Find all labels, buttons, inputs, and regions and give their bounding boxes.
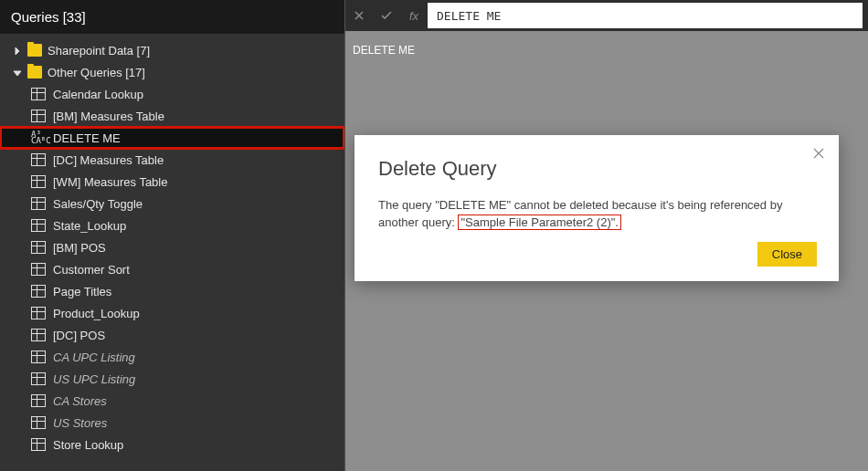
query-item-label: CA Stores xyxy=(53,394,107,408)
query-item[interactable]: [DC] POS xyxy=(0,324,344,346)
query-item[interactable]: AᴮCDELETE ME xyxy=(0,127,344,149)
query-item[interactable]: [BM] Measures Table xyxy=(0,105,344,127)
close-button[interactable]: Close xyxy=(757,242,817,267)
folder-label: Other Queries [17] xyxy=(48,66,145,79)
query-item-label: CA UPC Listing xyxy=(53,351,135,364)
table-icon xyxy=(31,329,46,341)
dialog-body: The query "DELETE ME" cannot be deleted … xyxy=(378,197,815,232)
query-item[interactable]: Store Lookup xyxy=(0,434,344,455)
main-area: fx DELETE ME DELETE ME Delete Query The … xyxy=(345,0,868,471)
folder-sharepoint-data[interactable]: Sharepoint Data [7] xyxy=(0,39,344,61)
queries-sidebar: Queries [33] Sharepoint Data [7] Other Q… xyxy=(0,0,345,471)
query-item-label: Customer Sort xyxy=(53,263,130,277)
table-icon xyxy=(31,372,46,385)
query-item-label: [BM] Measures Table xyxy=(53,110,164,123)
delete-query-dialog: Delete Query The query "DELETE ME" canno… xyxy=(355,135,839,281)
table-icon xyxy=(31,307,46,319)
folder-label: Sharepoint Data [7] xyxy=(48,44,150,58)
table-icon xyxy=(31,219,46,232)
query-item[interactable]: [BM] POS xyxy=(0,236,344,258)
query-name-label: DELETE ME xyxy=(353,44,415,57)
query-item-label: Sales/Qty Toggle xyxy=(53,197,143,211)
close-icon[interactable] xyxy=(810,144,828,162)
query-item-label: [DC] Measures Table xyxy=(53,153,164,167)
query-item-label: Store Lookup xyxy=(53,438,123,452)
query-item-label: Product_Lookup xyxy=(53,307,140,320)
query-item-label: US Stores xyxy=(53,416,107,430)
query-item-label: DELETE ME xyxy=(53,131,121,145)
query-item[interactable]: [WM] Measures Table xyxy=(0,171,344,193)
text-type-icon: AᴮC xyxy=(31,131,48,144)
query-item[interactable]: [DC] Measures Table xyxy=(0,149,344,171)
chevron-down-icon xyxy=(13,67,24,78)
folder-other-queries[interactable]: Other Queries [17] xyxy=(0,61,344,83)
queries-header: Queries [33] xyxy=(0,0,344,34)
table-icon xyxy=(31,175,46,188)
dialog-referenced-query: "Sample File Parameter2 (2)". xyxy=(458,215,621,230)
table-icon xyxy=(31,416,46,429)
query-item[interactable]: CA UPC Listing xyxy=(0,346,344,368)
formula-bar: fx DELETE ME xyxy=(345,0,868,31)
table-icon xyxy=(31,351,46,363)
query-item[interactable]: CA Stores xyxy=(0,390,344,412)
cancel-icon[interactable] xyxy=(345,0,373,31)
query-item-label: Page Titles xyxy=(53,285,111,298)
query-item-label: State_Lookup xyxy=(53,219,126,233)
fx-icon[interactable]: fx xyxy=(400,0,428,31)
confirm-icon[interactable] xyxy=(373,0,400,31)
table-icon xyxy=(31,285,46,298)
query-item-label: [DC] POS xyxy=(53,329,105,342)
table-icon xyxy=(31,438,46,451)
folder-icon xyxy=(27,44,42,57)
table-icon xyxy=(31,88,46,100)
query-item-label: [WM] Measures Table xyxy=(53,175,167,189)
query-item[interactable]: State_Lookup xyxy=(0,215,344,236)
dialog-title: Delete Query xyxy=(378,157,815,181)
folder-icon xyxy=(27,66,42,78)
query-item-label: Calendar Lookup xyxy=(53,88,143,101)
table-icon xyxy=(31,197,46,210)
query-item[interactable]: Sales/Qty Toggle xyxy=(0,193,344,215)
dialog-actions: Close xyxy=(757,242,817,267)
query-item[interactable]: Calendar Lookup xyxy=(0,83,344,105)
query-item-label: US UPC Listing xyxy=(53,372,135,386)
queries-tree: Sharepoint Data [7] Other Queries [17] C… xyxy=(0,34,344,455)
table-icon xyxy=(31,153,46,166)
query-item-label: [BM] POS xyxy=(53,241,106,255)
query-item[interactable]: Page Titles xyxy=(0,280,344,302)
table-icon xyxy=(31,241,46,254)
table-icon xyxy=(31,394,46,407)
query-item[interactable]: Product_Lookup xyxy=(0,302,344,324)
formula-input[interactable]: DELETE ME xyxy=(428,3,863,28)
query-item[interactable]: US UPC Listing xyxy=(0,368,344,390)
query-item[interactable]: US Stores xyxy=(0,412,344,434)
query-item[interactable]: Customer Sort xyxy=(0,258,344,280)
table-icon xyxy=(31,263,46,276)
table-icon xyxy=(31,110,46,122)
chevron-right-icon xyxy=(13,45,24,56)
